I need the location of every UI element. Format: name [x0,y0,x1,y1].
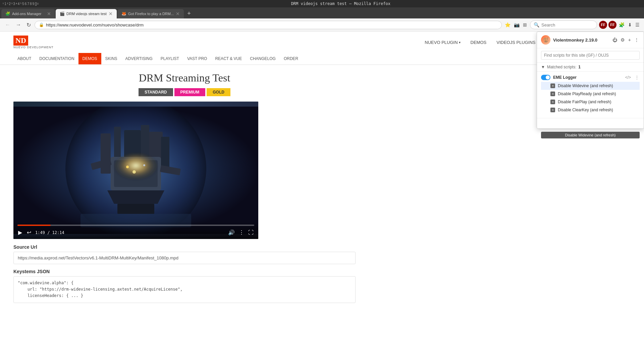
search-box[interactable]: 🔍 [530,20,597,29]
vm-expand-arrow[interactable]: ▼ [541,65,545,69]
vm-sub-label-clearkey: Disable ClearKey (and refresh) [558,108,636,112]
sub-nav-playlist[interactable]: PLAYLIST [157,53,183,64]
tier-premium-button[interactable]: PREMIUM [174,88,206,96]
tab-addons-close[interactable]: ✕ [47,11,51,16]
sub-nav-react-vue[interactable]: REACT & VUE [211,53,246,64]
vm-script-menu-button[interactable]: ⋮ [634,74,640,80]
vm-menu-item-clearkey[interactable]: Disable ClearKey (and refresh) [541,106,640,114]
site-logo[interactable]: ND nuevo development [13,36,54,49]
content-area: DRM Streaming Test STANDARD PREMIUM GOLD [0,65,369,310]
tab-firefox-favicon: 🦊 [121,11,126,16]
sub-nav-skins[interactable]: SKINS [101,53,121,64]
sub-nav-changelog[interactable]: CHANGELOG [246,53,280,64]
svg-point-10 [112,154,159,184]
source-url-label: Source Url [13,244,356,250]
tier-gold-button[interactable]: GOLD [207,88,230,96]
sub-nav-advertising[interactable]: ADVERTISING [121,53,157,64]
vm-header-icons: ⏻ ⚙ + ⋮ [612,37,640,43]
vm-menu-item-fairplay[interactable]: Disable FairPlay (and refresh) [541,98,640,106]
search-input[interactable] [541,22,588,27]
replay-button[interactable]: ↩ [26,229,32,236]
grid-icon[interactable]: ⊞ [522,21,528,28]
tab-drm-close[interactable]: ✕ [109,11,113,16]
browser-actions: ⭐ 📷 ⊞ [504,21,528,28]
fullscreen-button[interactable]: ⛶ [248,229,254,236]
tab-addons-favicon: 🧩 [5,11,10,16]
sub-nav-order[interactable]: ORDER [280,53,302,64]
vm-sub-label-fairplay: Disable FairPlay (and refresh) [558,100,636,104]
vm-sub-icon-fairplay [550,100,555,104]
vm-search-input[interactable] [541,51,640,60]
mute-button[interactable]: 🔊 [227,229,235,236]
keystems-json-box: "com.widevine.alpha": { url: "https://dr… [13,276,356,303]
menu-icon[interactable]: ☰ [634,21,641,28]
video-scene-svg [13,107,258,234]
vm-tooltip: Disable Widevine (and refresh) [541,132,640,138]
vm-script-toggle[interactable] [541,75,550,80]
user-avatar[interactable]: FF [599,21,607,29]
dropdown-arrow: ▾ [459,41,461,44]
vm-code-button[interactable]: </> [625,74,632,80]
svg-rect-14 [117,204,154,214]
screenshot-icon[interactable]: 📷 [513,21,521,28]
vm-title: Violentmonkey 2.19.0 [553,38,609,43]
url-bar[interactable]: 🔒 https://www.nuevodevel.com/nuevo/showc… [35,21,502,29]
bookmark-icon[interactable]: ⭐ [504,21,512,28]
vm-settings-btn[interactable]: ⚙ [620,37,626,43]
tabs-bar: 🧩 Add-ons Manager ✕ 🎬 DRM videojs stream… [0,7,644,18]
url-text: https://www.nuevodevel.com/nuevo/showcas… [46,22,497,27]
nav-link-demos[interactable]: DEMOS [471,40,487,45]
window-title: DRM videojs stream test — Mozilla Firefo… [40,1,642,6]
title-bar: ¹ 1 ² 2 ³ 3 ⁴ 4 ⁵ 5 6 7 8 9 []= DRM vide… [0,0,644,7]
new-tab-button[interactable]: + [184,9,194,18]
reload-button[interactable]: ↻ [25,21,33,29]
lock-icon: 🔒 [39,22,44,27]
forward-button[interactable]: → [14,21,23,28]
svg-marker-13 [107,190,164,204]
video-player: ▶ ↩ 1:49 / 12:14 🔊 ⋮ ⛶ [13,102,258,239]
workspace-indicators: ¹ 1 ² 2 ³ 3 ⁴ 4 ⁵ 5 6 7 8 9 []= [3,2,39,6]
tab-firefox-close[interactable]: ✕ [176,11,180,16]
logo-text: nuevo development [13,46,54,49]
vm-tooltip-container: Disable Widevine (and refresh) [537,118,644,128]
sub-nav-demos[interactable]: DEMOS [78,53,101,64]
video-controls: ▶ ↩ 1:49 / 12:14 🔊 ⋮ ⛶ [13,222,258,239]
nav-link-videojs-plugins[interactable]: VIDEOJS PLUGINS ▾ [496,40,538,45]
svg-point-15 [126,166,129,168]
extensions-icon[interactable]: 🧩 [618,21,626,28]
nav-link-nuevo-plugin[interactable]: NUEVO PLUGIN ▾ [425,40,460,45]
svg-point-17 [132,170,136,174]
time-display: 1:49 / 12:14 [35,230,64,235]
page-title: DRM Streaming Test [13,72,356,84]
tab-addons[interactable]: 🧩 Add-ons Manager ✕ [1,9,55,18]
vm-sub-label-playready: Disable PlayReady (and refresh) [558,92,636,96]
tab-drm-label: DRM videojs stream test [66,12,107,16]
vm-popup-container: 🐒 Violentmonkey 2.19.0 ⏻ ⚙ + ⋮ ▼ Matched… [537,32,644,129]
sub-nav-vast-pro[interactable]: VAST PRO [183,53,211,64]
play-button[interactable]: ▶ [17,229,23,236]
tab-drm[interactable]: 🎬 DRM videojs stream test ✕ [56,9,117,18]
vm-menu-item-widevine[interactable]: Disable Widevine (and refresh) [541,82,640,90]
svg-rect-7 [161,137,169,170]
video-progress-bar[interactable] [17,225,254,226]
settings-button[interactable]: ⋮ [238,229,245,236]
user-avatar2[interactable]: FF [608,21,616,29]
tier-standard-button[interactable]: STANDARD [139,88,173,96]
vm-script-name: EME Logger [553,75,622,80]
vm-search-box[interactable] [537,48,644,63]
page-content: ND nuevo development NUEVO PLUGIN ▾ DEMO… [0,32,644,362]
vm-more-btn[interactable]: ⋮ [634,37,640,43]
vm-add-btn[interactable]: + [628,37,632,43]
downloads-icon[interactable]: ⬇ [627,21,633,28]
sub-nav-about[interactable]: ABOUT [13,53,35,64]
vm-menu-item-playready[interactable]: Disable PlayReady (and refresh) [541,90,640,98]
source-url-box: https://media.axprod.net/TestVectors/v6.… [13,252,356,264]
back-button[interactable]: ← [3,21,12,28]
vm-sub-icon-playready [550,92,555,96]
video-scene [13,102,258,239]
sub-nav-documentation[interactable]: DOCUMENTATION [35,53,78,64]
tab-firefox[interactable]: 🦊 Got Firefox to play a DRM... ✕ [117,9,184,18]
vm-script-menu-items: Disable Widevine (and refresh) Disable P… [541,80,640,115]
vm-toggle-btn[interactable]: ⏻ [612,37,618,43]
vm-sub-label-widevine: Disable Widevine (and refresh) [558,83,636,88]
